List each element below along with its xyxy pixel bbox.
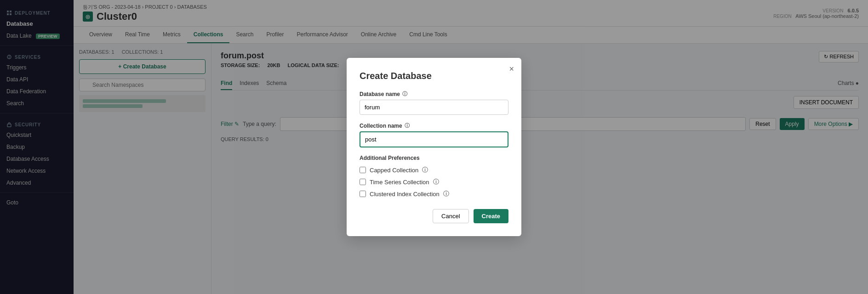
modal-overlay[interactable]: × Create Database Database name ⓘ Collec…	[0, 0, 868, 294]
collection-name-label: Collection name ⓘ	[360, 122, 508, 129]
db-name-group: Database name ⓘ	[360, 90, 508, 115]
clustered-collection-checkbox[interactable]	[360, 191, 366, 197]
cancel-button[interactable]: Cancel	[433, 209, 468, 223]
clustered-collection-label: Clustered Index Collection	[370, 191, 440, 198]
collection-name-group: Collection name ⓘ	[360, 122, 508, 147]
timeseries-info-icon[interactable]: ⓘ	[433, 178, 439, 186]
modal-actions: Cancel Create	[360, 209, 508, 223]
clustered-collection-row: Clustered Index Collection ⓘ	[360, 190, 508, 198]
timeseries-collection-row: Time Series Collection ⓘ	[360, 178, 508, 186]
collection-name-input[interactable]	[360, 131, 508, 147]
timeseries-collection-label: Time Series Collection	[370, 179, 429, 186]
capped-collection-checkbox[interactable]	[360, 167, 366, 173]
timeseries-collection-checkbox[interactable]	[360, 179, 366, 185]
create-button[interactable]: Create	[474, 209, 508, 223]
modal-close-button[interactable]: ×	[509, 64, 514, 74]
additional-prefs-label: Additional Preferences	[360, 155, 508, 161]
capped-collection-row: Capped Collection ⓘ	[360, 166, 508, 174]
create-database-modal: × Create Database Database name ⓘ Collec…	[347, 58, 521, 236]
clustered-info-icon[interactable]: ⓘ	[443, 190, 449, 198]
db-name-info-icon[interactable]: ⓘ	[402, 90, 407, 97]
db-name-label: Database name ⓘ	[360, 90, 508, 97]
modal-title: Create Database	[360, 71, 508, 81]
capped-collection-label: Capped Collection	[370, 167, 418, 174]
collection-name-info-icon[interactable]: ⓘ	[405, 122, 410, 129]
db-name-input[interactable]	[360, 100, 508, 115]
capped-info-icon[interactable]: ⓘ	[422, 166, 428, 174]
